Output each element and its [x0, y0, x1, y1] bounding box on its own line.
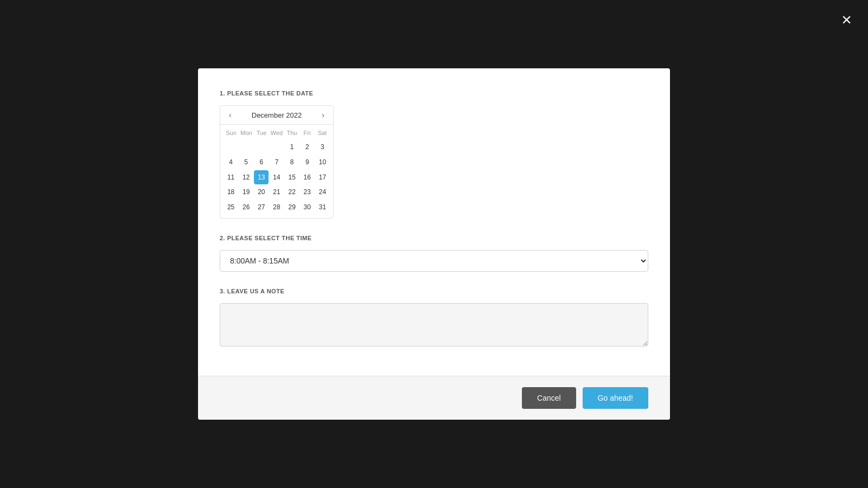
calendar-day	[269, 140, 284, 155]
go-ahead-button[interactable]: Go ahead!	[583, 387, 648, 409]
cancel-button[interactable]: Cancel	[522, 387, 576, 409]
calendar-day[interactable]: 23	[300, 185, 315, 200]
booking-modal: 1. PLEASE SELECT THE DATE ‹ December 202…	[198, 68, 670, 420]
prev-month-button[interactable]: ‹	[226, 110, 235, 120]
calendar-day[interactable]: 12	[239, 170, 253, 185]
calendar-day[interactable]: 28	[269, 200, 284, 215]
calendar-day[interactable]: 26	[239, 200, 253, 215]
time-section: 2. PLEASE SELECT THE TIME 8:00AM - 8:15A…	[220, 235, 648, 272]
calendar-day[interactable]: 17	[315, 170, 330, 185]
weekday-sun: Sun	[224, 128, 239, 138]
time-select[interactable]: 8:00AM - 8:15AM8:15AM - 8:30AM8:30AM - 8…	[220, 250, 648, 272]
calendar-day[interactable]: 19	[239, 185, 253, 200]
weekday-thu: Thu	[284, 128, 299, 138]
calendar-day	[224, 140, 238, 155]
weekday-fri: Fri	[299, 128, 315, 138]
calendar-day	[239, 140, 253, 155]
calendar-day[interactable]: 18	[224, 185, 238, 200]
calendar-day[interactable]: 7	[269, 155, 284, 170]
calendar-day[interactable]: 20	[254, 185, 269, 200]
weekday-wed: Wed	[269, 128, 284, 138]
calendar-day[interactable]: 1	[285, 140, 299, 155]
calendar-day[interactable]: 3	[315, 140, 330, 155]
note-section-label: 3. LEAVE US A NOTE	[220, 288, 648, 294]
calendar-day[interactable]: 24	[315, 185, 330, 200]
date-section: 1. PLEASE SELECT THE DATE ‹ December 202…	[220, 90, 648, 219]
calendar-day[interactable]: 29	[285, 200, 299, 215]
note-section: 3. LEAVE US A NOTE	[220, 288, 648, 349]
calendar-day[interactable]: 11	[224, 170, 238, 185]
weekday-mon: Mon	[239, 128, 254, 138]
calendar-day[interactable]: 15	[285, 170, 299, 185]
weekday-sat: Sat	[315, 128, 330, 138]
calendar-day[interactable]: 30	[300, 200, 315, 215]
calendar-day	[254, 140, 269, 155]
calendar-day[interactable]: 2	[300, 140, 315, 155]
calendar-day[interactable]: 9	[300, 155, 315, 170]
calendar-grid: Sun Mon Tue Wed Thu Fri Sat 123456789101…	[220, 125, 333, 218]
calendar-day[interactable]: 16	[300, 170, 315, 185]
calendar-weekdays: Sun Mon Tue Wed Thu Fri Sat	[224, 128, 330, 138]
modal-footer: Cancel Go ahead!	[198, 376, 670, 420]
date-section-label: 1. PLEASE SELECT THE DATE	[220, 90, 648, 97]
calendar-day[interactable]: 14	[269, 170, 284, 185]
calendar-day[interactable]: 6	[254, 155, 269, 170]
time-section-label: 2. PLEASE SELECT THE TIME	[220, 235, 648, 241]
calendar-day[interactable]: 21	[269, 185, 284, 200]
calendar-day[interactable]: 31	[315, 200, 330, 215]
calendar-month-year: December 2022	[252, 111, 302, 119]
calendar-header: ‹ December 2022 ›	[220, 106, 333, 125]
calendar-day[interactable]: 27	[254, 200, 269, 215]
calendar-day[interactable]: 8	[285, 155, 299, 170]
next-month-button[interactable]: ›	[318, 110, 328, 120]
calendar-day[interactable]: 4	[224, 155, 238, 170]
close-icon[interactable]: ×	[841, 11, 852, 28]
weekday-tue: Tue	[254, 128, 269, 138]
note-textarea[interactable]	[220, 303, 648, 346]
calendar: ‹ December 2022 › Sun Mon Tue Wed Thu Fr…	[220, 105, 334, 219]
calendar-days: 1234567891011121314151617181920212223242…	[224, 140, 330, 215]
calendar-day[interactable]: 10	[315, 155, 330, 170]
calendar-day[interactable]: 22	[285, 185, 299, 200]
modal-body: 1. PLEASE SELECT THE DATE ‹ December 202…	[198, 68, 670, 376]
calendar-day[interactable]: 13	[254, 170, 269, 185]
calendar-day[interactable]: 5	[239, 155, 253, 170]
calendar-day[interactable]: 25	[224, 200, 238, 215]
